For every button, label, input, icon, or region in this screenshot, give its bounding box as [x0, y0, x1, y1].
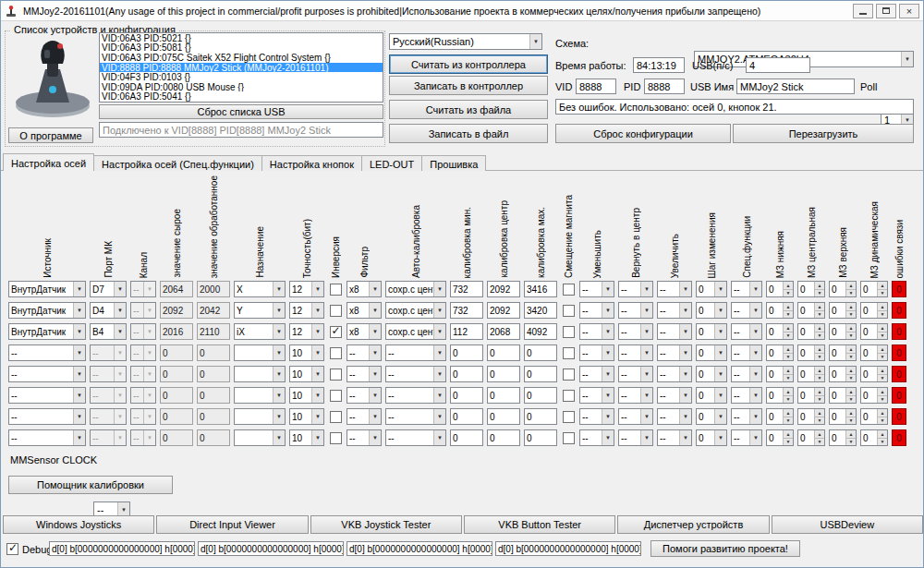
- read-from-file-button[interactable]: Считать из файла: [389, 100, 548, 119]
- axis-autocalibration-combo[interactable]: --▼: [385, 387, 446, 404]
- spinner-up-icon[interactable]: ▲: [784, 282, 793, 289]
- axis-calibration-center-field[interactable]: 2068: [487, 323, 520, 340]
- axis-port-combo[interactable]: D4▼: [90, 302, 127, 319]
- about-button[interactable]: О программе: [8, 127, 93, 143]
- axis-deadzone-high-spinner[interactable]: 0▲▼: [829, 302, 857, 319]
- spinner-up-icon[interactable]: ▲: [878, 345, 887, 353]
- spinner-down-icon[interactable]: ▼: [784, 417, 793, 425]
- axis-increase-combo[interactable]: --▼: [657, 387, 692, 404]
- axis-source-combo[interactable]: ВнутрДатчик▼: [8, 281, 86, 297]
- axis-magnet-offset-checkbox[interactable]: [563, 411, 575, 423]
- axis-port-combo[interactable]: --▼: [90, 408, 127, 425]
- axis-assignment-combo[interactable]: ▼: [234, 408, 286, 425]
- axis-calibration-center-field[interactable]: 0: [487, 408, 520, 425]
- axis-source-combo[interactable]: --▼: [8, 366, 86, 382]
- windows-joysticks-button[interactable]: Windows Joysticks: [3, 515, 154, 534]
- spinner-up-icon[interactable]: ▲: [784, 303, 793, 310]
- spinner-up-icon[interactable]: ▲: [878, 367, 887, 374]
- axis-port-combo[interactable]: --▼: [90, 366, 127, 382]
- axis-deadzone-center-spinner[interactable]: 0▲▼: [797, 344, 825, 361]
- axis-filter-combo[interactable]: --▼: [346, 344, 382, 361]
- axis-port-combo[interactable]: D7▼: [90, 281, 127, 297]
- spinner-down-icon[interactable]: ▼: [846, 417, 856, 425]
- axis-deadzone-low-spinner[interactable]: 0▲▼: [766, 429, 794, 446]
- axis-channel-combo[interactable]: --▼: [130, 366, 156, 382]
- spinner-down-icon[interactable]: ▼: [878, 353, 887, 361]
- axis-deadzone-center-spinner[interactable]: 0▲▼: [797, 323, 825, 340]
- axis-magnet-offset-checkbox[interactable]: [563, 284, 575, 296]
- axis-filter-combo[interactable]: x8▼: [346, 323, 382, 340]
- spinner-down-icon[interactable]: ▼: [784, 395, 793, 404]
- axis-decrease-combo[interactable]: --▼: [579, 366, 614, 382]
- spinner-up-icon[interactable]: ▲: [846, 388, 856, 395]
- spinner-down-icon[interactable]: ▼: [815, 332, 824, 340]
- axis-filter-combo[interactable]: --▼: [346, 387, 382, 404]
- spinner-up-icon[interactable]: ▲: [846, 282, 856, 289]
- axis-inversion-checkbox[interactable]: [330, 305, 342, 317]
- axis-calibration-min-field[interactable]: 732: [450, 302, 483, 319]
- axis-return-center-combo[interactable]: --▼: [618, 281, 653, 297]
- spinner-down-icon[interactable]: ▼: [784, 353, 793, 361]
- axis-deadzone-low-spinner[interactable]: 0▲▼: [766, 344, 794, 361]
- device-list[interactable]: VID:06A3 PID:5021 {}VID:06A3 PID:5081 {}…: [99, 32, 383, 103]
- axis-step-combo[interactable]: 0▼: [696, 366, 727, 382]
- axis-increase-combo[interactable]: --▼: [657, 408, 692, 425]
- spinner-down-icon[interactable]: ▼: [784, 374, 793, 382]
- spinner-down-icon[interactable]: ▼: [846, 374, 856, 382]
- axis-port-combo[interactable]: --▼: [90, 387, 127, 404]
- axis-precision-combo[interactable]: 10▼: [289, 429, 324, 446]
- spinner-down-icon[interactable]: ▼: [878, 310, 887, 319]
- axis-deadzone-high-spinner[interactable]: 0▲▼: [829, 429, 857, 446]
- axis-magnet-offset-checkbox[interactable]: [563, 432, 575, 444]
- spinner-down-icon[interactable]: ▼: [878, 332, 887, 340]
- axis-deadzone-center-spinner[interactable]: 0▲▼: [797, 366, 825, 382]
- axis-deadzone-dynamic-spinner[interactable]: 0▲▼: [860, 387, 888, 404]
- axis-deadzone-center-spinner[interactable]: 0▲▼: [797, 408, 825, 425]
- spinner-up-icon[interactable]: ▲: [815, 409, 824, 417]
- spinner-down-icon[interactable]: ▼: [878, 438, 887, 446]
- spinner-up-icon[interactable]: ▲: [784, 388, 793, 395]
- axis-deadzone-dynamic-spinner[interactable]: 0▲▼: [860, 366, 888, 382]
- axis-autocalibration-combo[interactable]: сохр.с центром▼: [385, 323, 446, 340]
- axis-calibration-min-field[interactable]: 0: [450, 387, 483, 404]
- axis-source-combo[interactable]: ВнутрДатчик▼: [8, 302, 86, 319]
- axis-calibration-center-field[interactable]: 2092: [487, 281, 520, 297]
- axis-deadzone-center-spinner[interactable]: 0▲▼: [797, 387, 825, 404]
- axis-inversion-checkbox[interactable]: [330, 432, 342, 444]
- spinner-up-icon[interactable]: ▲: [878, 388, 887, 395]
- axis-special-function-combo[interactable]: --▼: [731, 387, 762, 404]
- debug-checkbox[interactable]: [6, 543, 18, 555]
- axis-source-combo[interactable]: --▼: [8, 344, 86, 361]
- axis-special-function-combo[interactable]: --▼: [731, 429, 762, 446]
- axis-return-center-combo[interactable]: --▼: [618, 387, 653, 404]
- axis-filter-combo[interactable]: x8▼: [346, 281, 382, 297]
- axis-increase-combo[interactable]: --▼: [657, 344, 692, 361]
- device-list-item[interactable]: VID:04F3 PID:0103 {}: [100, 72, 383, 82]
- axis-calibration-max-field[interactable]: 3420: [524, 302, 557, 319]
- spinner-down-icon[interactable]: ▼: [815, 374, 824, 382]
- axis-channel-combo[interactable]: --▼: [130, 344, 156, 361]
- axis-port-combo[interactable]: --▼: [90, 429, 127, 446]
- axis-calibration-min-field[interactable]: 732: [450, 281, 483, 297]
- axis-channel-combo[interactable]: --▼: [130, 302, 156, 319]
- spinner-up-icon[interactable]: ▲: [815, 303, 824, 310]
- reset-config-button[interactable]: Сброс конфигурации: [555, 124, 731, 143]
- axis-filter-combo[interactable]: --▼: [346, 429, 382, 446]
- axis-precision-combo[interactable]: 12▼: [289, 281, 324, 297]
- axis-filter-combo[interactable]: --▼: [346, 366, 382, 382]
- spinner-up-icon[interactable]: ▲: [815, 324, 824, 332]
- axis-decrease-combo[interactable]: --▼: [579, 387, 614, 404]
- axis-autocalibration-combo[interactable]: --▼: [385, 429, 446, 446]
- tab-2[interactable]: Настройка осей (Спец.функции): [93, 155, 262, 171]
- axis-magnet-offset-checkbox[interactable]: [563, 326, 575, 338]
- axis-deadzone-center-spinner[interactable]: 0▲▼: [797, 302, 825, 319]
- axis-assignment-combo[interactable]: ▼: [234, 366, 286, 382]
- axis-autocalibration-combo[interactable]: --▼: [385, 366, 446, 382]
- axis-autocalibration-combo[interactable]: --▼: [385, 408, 446, 425]
- vkb-joystick-tester-button[interactable]: VKB Joystick Tester: [310, 515, 462, 534]
- axis-step-combo[interactable]: 0▼: [696, 429, 727, 446]
- axis-decrease-combo[interactable]: --▼: [579, 344, 614, 361]
- axis-assignment-combo[interactable]: Y▼: [234, 302, 286, 319]
- axis-calibration-min-field[interactable]: 0: [450, 429, 483, 446]
- axis-deadzone-low-spinner[interactable]: 0▲▼: [766, 408, 794, 425]
